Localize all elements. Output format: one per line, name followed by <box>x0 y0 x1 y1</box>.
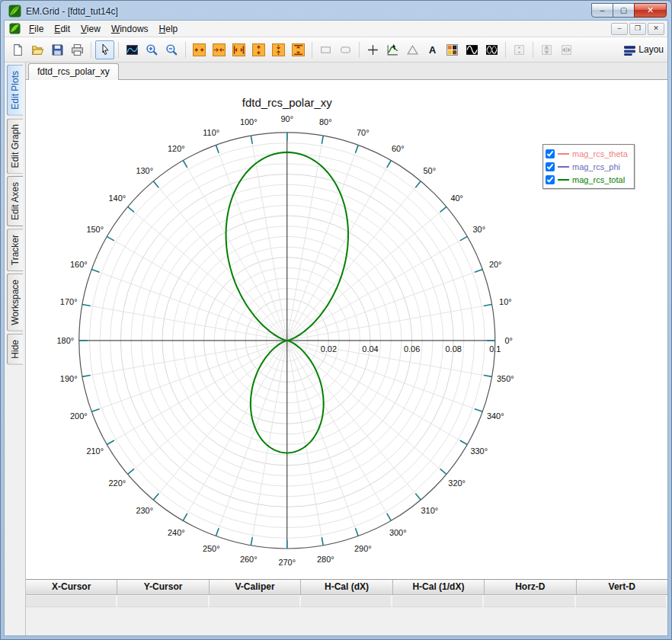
document-tabbar: fdtd_rcs_polar_xy <box>26 62 667 80</box>
plot-area[interactable]: 0°10°20°30°40°50°60°70°80°90°100°110°120… <box>26 80 667 579</box>
angle-tick <box>484 375 492 376</box>
sidebar-tabs: Edit PlotsEdit GraphEdit AxesTrackerWork… <box>5 62 25 635</box>
angle-label: 150° <box>86 225 104 234</box>
status-value-v-caliper <box>210 596 301 607</box>
menu-file[interactable]: File <box>24 21 49 37</box>
status-col-h-cal-1-dx-: H-Cal (1/dX) <box>393 580 485 595</box>
triangle-tool-button[interactable] <box>403 40 422 59</box>
angle-tick <box>475 270 482 273</box>
angle-label: 310° <box>421 506 438 515</box>
print-button[interactable] <box>68 40 87 59</box>
angle-tick <box>153 494 158 500</box>
grid-spoke <box>287 206 446 340</box>
toolbar-separator <box>359 42 360 58</box>
angle-tick <box>355 145 358 152</box>
zoom-in-button[interactable] <box>142 40 162 59</box>
mdi-window-controls: – ❐ ✕ <box>611 23 664 35</box>
expand-horizontal-button[interactable] <box>190 40 209 59</box>
zoom-window-button[interactable] <box>123 40 142 59</box>
rounded-rectangle-tool-button[interactable] <box>336 40 355 59</box>
mdi-close-button[interactable]: ✕ <box>648 23 664 35</box>
text-tool-button[interactable]: A <box>423 40 442 59</box>
legend-checkbox-mag-rcs-total[interactable] <box>546 175 555 184</box>
legend-checkbox-mag-rcs-phi[interactable] <box>546 162 555 171</box>
angle-label: 40° <box>450 194 463 203</box>
angle-label: 60° <box>392 144 405 153</box>
radial-label: 0.08 <box>446 344 462 354</box>
toolbar-separator <box>505 42 506 58</box>
angle-label: 320° <box>448 478 466 488</box>
save-button[interactable] <box>48 40 67 59</box>
angle-tick <box>387 160 391 167</box>
pan-vertical-button[interactable] <box>537 40 556 59</box>
status-value-vert-d <box>576 596 667 607</box>
angle-tick <box>440 206 446 212</box>
sidebar-tab-workspace[interactable]: Workspace <box>7 274 23 331</box>
open-folder-button[interactable] <box>28 40 47 59</box>
sidebar-tab-edit-graph[interactable]: Edit Graph <box>7 118 23 174</box>
angle-label: 240° <box>168 528 185 537</box>
menu-bar: FileEditViewWindowsHelp – ❐ ✕ <box>5 21 667 37</box>
close-button[interactable]: ✕ <box>634 3 667 18</box>
mdi-minimize-button[interactable]: – <box>611 23 628 35</box>
fit-horizontal-button[interactable] <box>229 40 248 59</box>
status-col-horz-d: Horz-D <box>485 580 576 595</box>
angle-label: 190° <box>60 374 78 383</box>
waveform-single-button[interactable] <box>462 40 482 59</box>
window-title: EM.Grid - [fdtd_tut14c] <box>26 6 592 17</box>
angle-label: 80° <box>319 117 332 126</box>
angle-label: 340° <box>487 411 504 421</box>
angle-tick <box>440 469 446 474</box>
angle-label: 20° <box>489 260 502 269</box>
menu-view[interactable]: View <box>75 21 106 37</box>
sidebar-tab-hide[interactable]: Hide <box>7 334 23 365</box>
maximize-button[interactable]: ▢ <box>613 3 635 18</box>
angle-label: 210° <box>86 446 104 456</box>
titlebar[interactable]: EM.Grid - [fdtd_tut14c] – ▢ ✕ <box>4 1 668 20</box>
pointer-select-button[interactable] <box>95 40 114 59</box>
curve-tracker-tool-button[interactable] <box>383 40 402 59</box>
zoom-out-button[interactable] <box>162 40 181 59</box>
legend-item-mag-rcs-total: mag_rcs_total <box>546 173 628 186</box>
minimize-button[interactable]: – <box>591 3 613 18</box>
menu-help[interactable]: Help <box>154 21 184 37</box>
crosshair-tool-button[interactable] <box>363 40 382 59</box>
angle-label: 350° <box>497 374 514 383</box>
expand-vertical-button[interactable] <box>249 40 268 59</box>
grid-spoke <box>287 341 421 500</box>
new-document-button[interactable] <box>8 40 27 59</box>
fit-vertical-button[interactable] <box>289 40 308 59</box>
shrink-horizontal-button[interactable] <box>210 40 229 59</box>
layout-group[interactable]: Layou <box>623 43 664 56</box>
layout-label: Layou <box>638 44 664 55</box>
angle-label: 10° <box>499 297 512 306</box>
pan-horizontal-button[interactable] <box>557 40 576 59</box>
menu-windows[interactable]: Windows <box>106 21 154 37</box>
tab-fdtd-rcs-polar-xy[interactable]: fdtd_rcs_polar_xy <box>28 63 119 80</box>
angle-label: 230° <box>136 506 153 515</box>
angle-label: 200° <box>70 411 88 421</box>
mdi-restore-button[interactable]: ❐ <box>629 23 646 35</box>
palette-button[interactable] <box>443 40 462 59</box>
app-logo-icon <box>8 5 21 18</box>
fit-height-button[interactable] <box>510 40 529 59</box>
toolbar-separator <box>91 42 91 58</box>
shrink-vertical-button[interactable] <box>269 40 288 59</box>
sidebar-tab-edit-axes[interactable]: Edit Axes <box>7 176 23 226</box>
rectangle-tool-button[interactable] <box>316 40 335 59</box>
svg-text:A: A <box>429 44 436 56</box>
toolbar-separator <box>533 42 533 58</box>
waveform-double-button[interactable] <box>482 40 501 59</box>
angle-label: 330° <box>470 446 488 456</box>
legend-label: mag_rcs_total <box>572 175 625 184</box>
angle-tick <box>355 528 358 536</box>
angle-tick <box>91 409 99 412</box>
angle-tick <box>91 270 99 273</box>
sidebar-tab-tracker[interactable]: Tracker <box>7 229 23 271</box>
legend-label: mag_rcs_phi <box>572 162 620 171</box>
angle-tick <box>153 181 158 187</box>
sidebar-tab-edit-plots[interactable]: Edit Plots <box>7 65 23 116</box>
legend-line-sample <box>558 153 569 155</box>
menu-edit[interactable]: Edit <box>49 21 75 37</box>
legend-checkbox-mag-rcs-theta[interactable] <box>546 149 555 158</box>
